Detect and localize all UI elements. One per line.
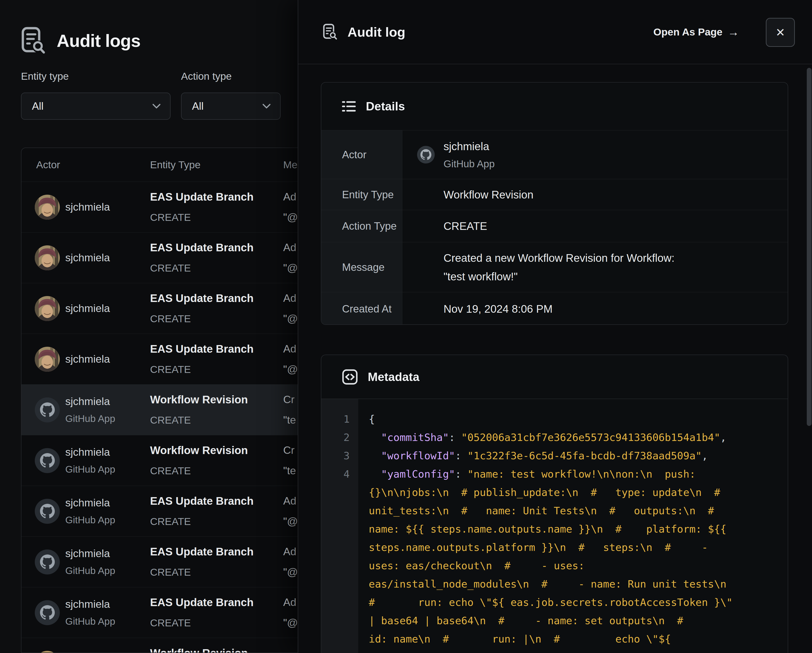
actor-cell: sjchmiela — [65, 182, 110, 232]
github-avatar — [35, 549, 60, 574]
line-number-gutter: 1 2 3 4 — [321, 399, 358, 653]
entity-type-selected-value: All — [32, 100, 44, 112]
open-as-page-label: Open As Page — [653, 26, 722, 38]
metadata-card: Metadata 1 2 3 4 { "commitSha": "052006a… — [321, 355, 788, 653]
entity-cell: Workflow RevisionCREATE — [150, 435, 248, 486]
message-cell: Ad"@ — [283, 587, 298, 638]
actor-name: sjchmiela — [444, 137, 788, 156]
avatar — [35, 245, 60, 270]
entity-cell: EAS Update BranchCREATE — [150, 334, 254, 384]
details-title: Details — [366, 99, 405, 113]
actor-cell: sjchmiela — [65, 334, 110, 384]
actor-cell: sjchmielaGitHub App — [65, 486, 115, 536]
entity-cell: EAS Update BranchCREATE — [150, 587, 254, 638]
actor-cell: sjchmielaGitHub App — [65, 385, 115, 435]
avatar — [35, 651, 60, 653]
audit-logs-icon — [21, 27, 47, 55]
message-cell: Ad"@ — [283, 283, 298, 333]
arrow-right-icon: → — [728, 26, 739, 38]
detail-row-action-type: Action Type CREATE — [321, 210, 788, 242]
actor-cell: sjchmiela — [65, 283, 110, 333]
code-icon — [342, 369, 358, 385]
github-avatar — [35, 600, 60, 625]
action-type-label: Action type — [181, 70, 281, 82]
chevron-down-icon — [263, 104, 270, 108]
actor-cell: sjchmiela — [65, 638, 110, 653]
avatar — [35, 195, 60, 220]
github-avatar — [35, 448, 60, 473]
audit-log-icon — [323, 24, 338, 40]
close-button[interactable]: ✕ — [766, 18, 795, 47]
column-header-actor: Actor — [36, 148, 60, 181]
close-icon: ✕ — [775, 26, 785, 39]
detail-row-actor: Actor sjchmiela GitHub App — [321, 130, 788, 179]
action-type-filter: Action type All — [181, 70, 281, 120]
page-title: Audit logs — [57, 31, 140, 51]
metadata-title: Metadata — [368, 370, 420, 384]
github-avatar — [417, 146, 435, 163]
actor-cell: sjchmielaGitHub App — [65, 537, 115, 587]
detail-row-message: Message Created a new Workflow Revision … — [321, 242, 788, 292]
message-cell: Cr"te — [283, 435, 296, 486]
entity-type-filter: Entity type All — [21, 70, 171, 120]
entity-cell: Workflow RevisionCREATE — [150, 638, 248, 653]
action-type-selected-value: All — [192, 100, 204, 112]
entity-cell: EAS Update BranchCREATE — [150, 283, 254, 333]
open-as-page-button[interactable]: Open As Page → — [653, 0, 739, 64]
action-type-select[interactable]: All — [181, 93, 281, 120]
detail-label: Actor — [321, 130, 402, 179]
actor-subtitle: GitHub App — [444, 156, 788, 172]
audit-logs-screen: Audit logs Entity type All Action type A… — [0, 0, 812, 653]
actor-cell: sjchmielaGitHub App — [65, 435, 115, 486]
detail-value: sjchmiela GitHub App — [402, 130, 788, 179]
json-code: { "commitSha": "052006a31cbf7e3626e5573c… — [358, 399, 788, 653]
created-at-value: Nov 19, 2024 8:06 PM — [444, 300, 788, 318]
entity-type-select[interactable]: All — [21, 93, 171, 120]
audit-log-drawer: Audit log Open As Page → ✕ Details Actor… — [298, 0, 812, 653]
scrollbar-thumb[interactable] — [807, 68, 812, 426]
entity-cell: EAS Update BranchCREATE — [150, 233, 254, 283]
details-card-header: Details — [321, 82, 788, 130]
message-cell: Ad"@ — [283, 486, 298, 536]
column-header-message: Me — [283, 148, 298, 181]
list-icon — [342, 100, 356, 113]
message-cell: Cr"te — [283, 385, 296, 435]
detail-row-created-at: Created At Nov 19, 2024 8:06 PM — [321, 292, 788, 325]
message-cell: Ad"@ — [283, 334, 298, 384]
page-header: Audit logs — [21, 27, 140, 55]
detail-label: Entity Type — [321, 179, 402, 210]
message-cell: Ad"@ — [283, 233, 298, 283]
entity-type-label: Entity type — [21, 70, 171, 82]
detail-label: Action Type — [321, 210, 402, 242]
column-header-entity: Entity Type — [150, 148, 201, 181]
metadata-code-block: 1 2 3 4 { "commitSha": "052006a31cbf7e36… — [321, 399, 788, 653]
message-line: "test workflow!" — [444, 267, 788, 286]
github-avatar — [35, 397, 60, 422]
action-type-value: CREATE — [444, 217, 788, 235]
entity-cell: EAS Update BranchCREATE — [150, 537, 254, 587]
avatar — [35, 347, 60, 372]
drawer-title: Audit log — [348, 24, 405, 40]
metadata-card-header: Metadata — [321, 355, 788, 399]
entity-type-value: Workflow Revision — [444, 186, 788, 204]
actor-cell: sjchmiela — [65, 233, 110, 283]
entity-cell: EAS Update BranchCREATE — [150, 182, 254, 232]
message-line: Created a new Workflow Revision for Work… — [444, 249, 788, 267]
entity-cell: Workflow RevisionCREATE — [150, 385, 248, 435]
message-cell: Ad"@ — [283, 182, 298, 232]
details-card: Details Actor sjchmiela GitHub App Entit… — [321, 82, 788, 325]
detail-label: Created At — [321, 292, 402, 325]
drawer-header: Audit log Open As Page → ✕ — [298, 0, 812, 64]
chevron-down-icon — [153, 104, 160, 108]
avatar — [35, 296, 60, 321]
message-cell: Cr — [283, 638, 295, 653]
detail-row-entity-type: Entity Type Workflow Revision — [321, 179, 788, 210]
detail-label: Message — [321, 242, 402, 292]
github-avatar — [35, 499, 60, 524]
actor-cell: sjchmielaGitHub App — [65, 587, 115, 638]
message-cell: Ad"@ — [283, 537, 298, 587]
entity-cell: EAS Update BranchCREATE — [150, 486, 254, 536]
